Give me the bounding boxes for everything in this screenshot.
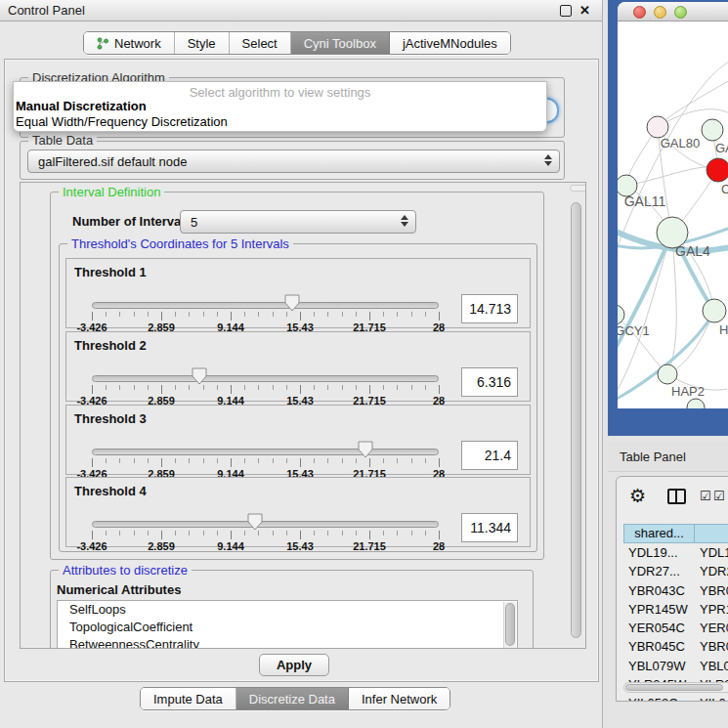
cell-shared-name: YPR145W bbox=[623, 600, 694, 619]
checkbox-icon[interactable]: ☑ bbox=[700, 489, 711, 503]
tick-mark bbox=[106, 458, 107, 463]
tick-mark bbox=[439, 385, 440, 394]
network-node[interactable] bbox=[703, 299, 726, 322]
tab-impute-data[interactable]: Impute Data bbox=[141, 688, 236, 709]
table-row[interactable]: YDR27...YDR2 bbox=[623, 562, 728, 580]
list-item[interactable]: SelfLoops bbox=[58, 601, 517, 619]
tab-select[interactable]: Select bbox=[230, 32, 291, 54]
tick-mark bbox=[189, 458, 190, 463]
table-panel-title: Table Panel bbox=[620, 450, 686, 464]
tick-mark bbox=[300, 385, 301, 394]
network-node[interactable] bbox=[687, 399, 705, 408]
threshold-value-field[interactable]: 21.4 bbox=[461, 441, 518, 470]
tick-mark bbox=[92, 531, 93, 539]
table-row[interactable]: YER054CYER0 bbox=[623, 619, 728, 637]
popup-item-equal-width-frequency[interactable]: Equal Width/Frequency Discretization bbox=[14, 114, 546, 130]
slider-track[interactable] bbox=[92, 302, 439, 309]
threshold-value-field[interactable]: 11.344 bbox=[461, 513, 518, 542]
checkbox-icon[interactable]: ☑ bbox=[713, 489, 725, 503]
tick-mark bbox=[411, 312, 412, 317]
num-intervals-combobox[interactable]: 5 bbox=[180, 210, 416, 234]
table-hscrollbar[interactable] bbox=[623, 682, 728, 693]
network-node[interactable] bbox=[647, 116, 668, 138]
tick-label: 21.715 bbox=[353, 540, 386, 552]
network-node[interactable] bbox=[618, 305, 624, 324]
close-icon[interactable]: ✕ bbox=[579, 5, 591, 17]
tab-style[interactable]: Style bbox=[175, 32, 230, 54]
slider-track[interactable] bbox=[92, 521, 439, 528]
tick-mark bbox=[189, 531, 190, 535]
list-item[interactable]: TopologicalCoefficient bbox=[58, 619, 517, 636]
numerical-attributes-list[interactable]: SelfLoopsTopologicalCoefficientBetweenne… bbox=[57, 600, 518, 649]
column-header[interactable]: shared... bbox=[623, 524, 694, 543]
list-scrollbar-thumb[interactable] bbox=[505, 603, 515, 646]
tick-mark bbox=[258, 385, 259, 390]
table-body: YDL19...YDL1YDR27...YDR2YBR043CYBR0YPR14… bbox=[623, 543, 728, 702]
threshold-row: Threshold 4 -3.4262.8599.14415.4321.7152… bbox=[65, 477, 531, 547]
slider-track[interactable] bbox=[92, 449, 439, 455]
tab-discretize-data[interactable]: Discretize Data bbox=[236, 688, 349, 709]
threshold-value-field[interactable]: 14.713 bbox=[461, 294, 518, 323]
cell-shared-name: YBR045C bbox=[623, 637, 694, 656]
close-traffic-light[interactable] bbox=[633, 6, 646, 19]
slider-thumb[interactable] bbox=[358, 441, 373, 458]
network-node[interactable] bbox=[707, 158, 728, 182]
tick-mark bbox=[148, 312, 149, 317]
tick-mark bbox=[369, 312, 370, 321]
table-hscrollbar-thumb[interactable] bbox=[625, 684, 723, 691]
network-node[interactable] bbox=[658, 364, 677, 384]
column-header[interactable]: na bbox=[694, 524, 728, 543]
slider-thumb[interactable] bbox=[247, 513, 263, 531]
list-scrollbar[interactable] bbox=[503, 602, 516, 649]
tick-mark bbox=[231, 312, 232, 321]
zoom-traffic-light[interactable] bbox=[674, 6, 687, 19]
tick-mark bbox=[286, 458, 287, 463]
tick-mark bbox=[175, 312, 176, 317]
table-row[interactable]: YBR043CYBR0 bbox=[623, 581, 728, 600]
split-columns-icon[interactable] bbox=[667, 489, 686, 504]
table-row[interactable]: YIL052CYIL0 bbox=[623, 694, 728, 702]
float-window-icon[interactable] bbox=[560, 5, 572, 17]
settings-scrollbar[interactable] bbox=[570, 185, 583, 646]
minimize-traffic-light[interactable] bbox=[654, 6, 666, 19]
list-item[interactable]: BetweennessCentrality bbox=[58, 636, 517, 649]
tick-mark bbox=[286, 312, 287, 317]
table-row[interactable]: YBR045CYBR0 bbox=[623, 637, 728, 656]
tab-label: jActiveMNodules bbox=[403, 36, 497, 51]
tab-label: Select bbox=[242, 36, 278, 51]
tab-infer-network[interactable]: Infer Network bbox=[349, 688, 450, 709]
scrollbar-track[interactable] bbox=[570, 185, 586, 192]
tick-mark bbox=[161, 385, 162, 394]
scrollbar-thumb[interactable] bbox=[571, 202, 581, 638]
table-row[interactable]: YPR145WYPR1 bbox=[623, 600, 728, 619]
apply-button[interactable]: Apply bbox=[259, 654, 329, 676]
slider-thumb[interactable] bbox=[192, 367, 207, 385]
table-row[interactable]: YDL19...YDL1 bbox=[623, 543, 728, 562]
slider-track[interactable] bbox=[92, 375, 439, 382]
popup-item-manual-discretization[interactable]: Manual Discretization bbox=[14, 99, 546, 114]
spinner-arrows-icon bbox=[401, 215, 408, 227]
tick-mark bbox=[314, 385, 315, 390]
tick-mark bbox=[134, 385, 135, 390]
network-node-label: GAL11 bbox=[624, 193, 666, 209]
cell-shared-name: YER054C bbox=[623, 619, 694, 637]
tab-jactivemnodules[interactable]: jActiveMNodules bbox=[390, 32, 510, 54]
tab-network[interactable]: Network bbox=[84, 32, 175, 54]
network-node[interactable] bbox=[702, 119, 723, 141]
network-canvas[interactable]: GAL80GACGAL11GAL4HGCY1HAP2 bbox=[618, 21, 728, 408]
slider-thumb[interactable] bbox=[284, 294, 300, 312]
cell-shared-name: YDR27... bbox=[623, 562, 694, 580]
tick-mark bbox=[258, 312, 259, 317]
table-data-combobox[interactable]: galFiltered.sif default node bbox=[27, 150, 560, 173]
tick-mark bbox=[411, 458, 412, 463]
threshold-value-field[interactable]: 6.316 bbox=[461, 367, 518, 397]
gear-icon[interactable]: ⚙ bbox=[629, 485, 646, 506]
tick-mark bbox=[134, 531, 135, 535]
tab-cyni-toolbox[interactable]: Cyni Toolbox bbox=[291, 32, 390, 54]
table-row[interactable]: YBL079WYBL0 bbox=[623, 657, 728, 675]
tick-mark bbox=[356, 385, 357, 390]
tab-label: Style bbox=[188, 36, 216, 51]
tick-mark bbox=[300, 531, 301, 539]
tick-mark bbox=[342, 385, 343, 390]
tick-mark bbox=[300, 312, 301, 321]
